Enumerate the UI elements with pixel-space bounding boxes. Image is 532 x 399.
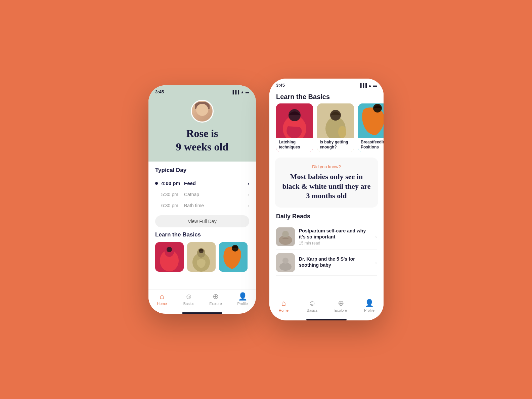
nav-item-profile-left[interactable]: 👤 Profile	[229, 292, 256, 306]
nav-item-basics-left[interactable]: ☺ Basics	[175, 292, 202, 306]
baby-photo	[192, 101, 212, 121]
read-title-2: Dr. Karp and the 5 S's for soothing baby	[299, 256, 371, 268]
home-indicator-left	[148, 311, 256, 314]
status-bar-left: 3:45 ▐▐▐ ▲ ▬	[148, 85, 256, 96]
day-time-2: 5:30 pm	[161, 192, 184, 197]
read-info-2: Dr. Karp and the 5 S's for soothing baby	[299, 256, 371, 269]
learn-basics-title-right: Learn the Basics	[276, 93, 377, 101]
read-chevron-2: ›	[375, 260, 377, 265]
home-indicator-right	[269, 318, 384, 320]
chevron-icon-1: ›	[248, 181, 249, 186]
card-label-enough: Is baby getting enough?	[317, 138, 354, 152]
explore-icon-left: ⊕	[213, 292, 219, 301]
status-time-right: 3:45	[276, 83, 285, 88]
basics-card-breastfeeding[interactable]	[219, 242, 248, 272]
day-time-3: 6:30 pm	[161, 203, 184, 208]
nav-label-explore-left: Explore	[209, 302, 222, 306]
basics-icon-right: ☺	[308, 299, 316, 308]
day-dot	[155, 182, 158, 185]
battery-icon: ▬	[246, 90, 249, 94]
basics-cards-left	[155, 242, 249, 272]
nav-item-explore-left[interactable]: ⊕ Explore	[202, 292, 229, 306]
basics-card-latching[interactable]	[155, 242, 184, 272]
read-meta-1: 15 min read	[299, 241, 371, 246]
chevron-icon-3: ›	[248, 203, 249, 208]
typical-day-title: Typical Day	[155, 167, 249, 174]
hero-title: Rose is 9 weeks old	[176, 127, 228, 153]
bottom-nav-right: ⌂ Home ☺ Basics ⊕ Explore 👤 Profile	[269, 296, 384, 318]
nav-label-basics-left: Basics	[183, 302, 194, 306]
day-item-catnap[interactable]: 5:30 pm Catnap ›	[155, 189, 249, 200]
nav-label-profile-right: Profile	[364, 308, 374, 312]
read-chevron-1: ›	[375, 234, 377, 239]
bottom-nav-left: ⌂ Home ☺ Basics ⊕ Explore 👤 Profile	[148, 289, 256, 311]
read-item-2[interactable]: Dr. Karp and the 5 S's for soothing baby…	[276, 250, 377, 276]
day-dot-empty	[155, 193, 158, 196]
nav-item-explore-right[interactable]: ⊕ Explore	[326, 299, 355, 312]
read-thumb-1	[276, 227, 295, 246]
learn-basics-title-left: Learn the Basics	[155, 231, 249, 238]
nav-item-home-right[interactable]: ⌂ Home	[269, 299, 298, 312]
did-you-know-text: Most babies only see in black & white un…	[282, 172, 371, 201]
basics-card-right-enough[interactable]: Is baby getting enough?	[317, 103, 354, 152]
did-you-know-eyebrow: Did you know?	[282, 164, 371, 169]
home-icon-right: ⌂	[281, 299, 286, 308]
explore-icon-right: ⊕	[338, 299, 344, 308]
baby-avatar	[191, 100, 214, 123]
left-phone: 3:45 ▐▐▐ ▲ ▬ Rose is 9 weeks old Typical…	[148, 85, 256, 314]
nav-label-home-left: Home	[157, 302, 167, 306]
nav-label-basics-right: Basics	[307, 308, 317, 312]
right-phone-content: Learn the Basics Latching techniques	[269, 90, 384, 296]
svg-point-19	[282, 231, 289, 237]
view-full-day-button[interactable]: View Full Day	[155, 215, 249, 227]
profile-icon-right: 👤	[365, 299, 374, 308]
nav-label-home-right: Home	[279, 308, 289, 312]
nav-item-profile-right[interactable]: 👤 Profile	[355, 299, 384, 312]
basics-icon-left: ☺	[185, 292, 192, 301]
profile-icon-left: 👤	[238, 292, 247, 301]
status-time-left: 3:45	[155, 89, 164, 94]
basics-card-right-breastfeeding[interactable]: Breastfeeding Positions	[358, 103, 384, 152]
day-dot-empty-2	[155, 204, 158, 207]
basics-card-enough[interactable]	[187, 242, 216, 272]
nav-item-basics-right[interactable]: ☺ Basics	[298, 299, 326, 312]
signal-icon-right: ▐▐▐	[359, 83, 367, 87]
status-bar-right: 3:45 ▐▐▐ ▲ ▬	[269, 79, 384, 90]
hero-section: Rose is 9 weeks old	[148, 96, 256, 162]
nav-label-profile-left: Profile	[237, 302, 248, 306]
day-time-1: 4:00 pm	[161, 180, 184, 186]
day-item-bath[interactable]: 6:30 pm Bath time ›	[155, 200, 249, 211]
day-activity-1: Feed	[184, 180, 248, 186]
home-icon-left: ⌂	[160, 292, 164, 301]
card-label-breastfeeding: Breastfeeding Positions	[358, 138, 384, 152]
chevron-icon-2: ›	[248, 192, 249, 197]
wifi-icon: ▲	[240, 90, 244, 94]
read-item-1[interactable]: Postpartum self-care and why it's so imp…	[276, 224, 377, 250]
daily-reads-title: Daily Reads	[276, 213, 377, 220]
wifi-icon-right: ▲	[368, 83, 372, 87]
day-activity-2: Catnap	[184, 192, 248, 197]
signal-icon: ▐▐▐	[231, 90, 239, 94]
did-you-know-card: Did you know? Most babies only see in bl…	[275, 158, 378, 208]
day-activity-3: Bath time	[184, 203, 248, 208]
basics-card-right-latching[interactable]: Latching techniques	[276, 103, 313, 152]
read-thumb-2	[276, 253, 295, 272]
nav-item-home-left[interactable]: ⌂ Home	[148, 292, 175, 306]
svg-point-21	[279, 263, 292, 271]
day-item-feed[interactable]: 4:00 pm Feed ›	[155, 178, 249, 189]
svg-point-14	[338, 126, 346, 138]
daily-reads-section: Daily Reads Postpartum self-care and why…	[269, 213, 384, 276]
svg-point-22	[282, 258, 289, 264]
status-icons-right: ▐▐▐ ▲ ▬	[359, 83, 377, 87]
typical-day-section: Typical Day 4:00 pm Feed › 5:30 pm Catna…	[148, 162, 256, 289]
read-title-1: Postpartum self-care and why it's so imp…	[299, 228, 371, 240]
battery-icon-right: ▬	[373, 83, 377, 87]
baby-face	[196, 104, 208, 116]
read-info-1: Postpartum self-care and why it's so imp…	[299, 228, 371, 246]
right-phone: 3:45 ▐▐▐ ▲ ▬ Learn the Basics Latching t…	[269, 79, 384, 320]
nav-label-explore-right: Explore	[335, 308, 347, 312]
basics-cards-right: Latching techniques Is baby getting enou…	[269, 103, 384, 158]
card-label-latching: Latching techniques	[276, 138, 313, 152]
status-icons-left: ▐▐▐ ▲ ▬	[231, 90, 249, 94]
right-header: Learn the Basics	[269, 90, 384, 103]
